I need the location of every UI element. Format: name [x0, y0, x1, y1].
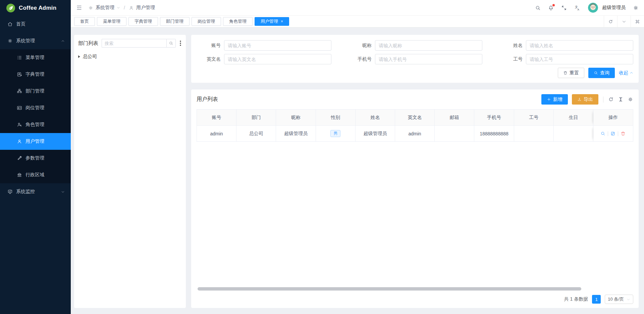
leaf-icon — [6, 3, 15, 13]
col-header-email: 邮箱 — [435, 110, 474, 126]
job-number-input[interactable] — [526, 54, 633, 64]
scrollbar-thumb[interactable] — [198, 287, 581, 291]
search-filter-card: 账号 昵称 姓名 英文名 — [191, 35, 639, 83]
app-root: Coffee Admin 首页 系统管理 菜单管理 字典管理 — [0, 0, 644, 314]
brand-name: Coffee Admin — [19, 5, 56, 11]
tab-post-mgmt[interactable]: 岗位管理 — [192, 17, 221, 26]
page-size-select[interactable]: 10 条/页 — [605, 295, 633, 304]
dept-search — [102, 39, 176, 48]
dept-tree: 总公司 — [78, 52, 182, 61]
maximize-icon[interactable] — [631, 16, 644, 27]
sidebar-item-menu-mgmt[interactable]: 菜单管理 — [0, 49, 71, 66]
tab-home[interactable]: 首页 — [74, 17, 95, 26]
cell-english: admin — [395, 126, 435, 142]
tabs: 首页 菜单管理 字典管理 部门管理 岗位管理 角色管理 用户管理 × — [74, 17, 604, 26]
menu-fold-icon[interactable] — [76, 5, 82, 11]
settings-gear-icon[interactable] — [633, 5, 639, 11]
phone-input[interactable] — [375, 54, 482, 64]
sidebar-item-label: 角色管理 — [25, 122, 65, 128]
col-header-birthday: 生日 — [554, 110, 593, 126]
fullscreen-icon[interactable] — [561, 5, 567, 11]
current-user-name[interactable]: 超级管理员 — [602, 5, 626, 11]
translate-icon[interactable]: 文A — [574, 5, 581, 11]
line-height-icon[interactable] — [618, 97, 624, 102]
search-icon — [594, 71, 598, 75]
refresh-icon[interactable] — [608, 97, 614, 102]
add-label: 新增 — [553, 97, 562, 103]
sidebar-item-label: 参数管理 — [25, 155, 65, 161]
id-card-icon — [17, 105, 22, 111]
tab-user-mgmt-active[interactable]: 用户管理 × — [255, 17, 289, 26]
cell-email — [435, 126, 474, 142]
dept-search-button[interactable] — [166, 39, 176, 48]
search-icon — [169, 41, 173, 46]
english-name-input[interactable] — [224, 54, 331, 64]
tab-close-icon[interactable]: × — [281, 19, 283, 23]
chevron-down-icon — [61, 190, 65, 194]
sidebar-item-system-mgmt[interactable]: 系统管理 — [0, 33, 71, 49]
tab-dict-mgmt[interactable]: 字典管理 — [128, 17, 158, 26]
notification-bell[interactable] — [548, 5, 554, 11]
collapse-link[interactable]: 收起 — [619, 70, 633, 76]
chevron-down-icon — [117, 6, 120, 9]
sidebar-item-param-mgmt[interactable]: 参数管理 — [0, 150, 71, 167]
dept-panel: 部门列表 总公司 — [74, 35, 186, 308]
table-toolbar: 新增 导出 — [541, 94, 633, 105]
sidebar-item-dict-mgmt[interactable]: 字典管理 — [0, 66, 71, 83]
chevron-up-icon — [61, 39, 65, 43]
user-avatar[interactable] — [588, 3, 598, 13]
search-icon[interactable] — [535, 5, 541, 11]
nickname-input[interactable] — [375, 40, 482, 51]
reset-button[interactable]: 重置 — [558, 68, 584, 78]
org-tree-icon — [17, 88, 22, 94]
sidebar-item-system-monitor[interactable]: 系统监控 — [0, 183, 71, 200]
sidebar-item-home[interactable]: 首页 — [0, 16, 71, 33]
sidebar-item-dept-mgmt[interactable]: 部门管理 — [0, 83, 71, 100]
list-icon — [17, 55, 22, 60]
trash-icon[interactable] — [621, 131, 626, 136]
account-input[interactable] — [224, 40, 331, 51]
brand-logo[interactable]: Coffee Admin — [0, 0, 71, 16]
horizontal-scrollbar — [197, 287, 633, 291]
sidebar-item-post-mgmt[interactable]: 岗位管理 — [0, 100, 71, 116]
tree-caret-icon[interactable] — [78, 55, 80, 58]
toolbar-divider — [603, 97, 603, 103]
chevron-down-icon[interactable] — [617, 16, 631, 27]
topbar-actions: 文A 超级管理员 — [535, 3, 639, 13]
breadcrumb-level2: 用户管理 — [136, 5, 155, 11]
page-button-1[interactable]: 1 — [592, 295, 601, 304]
collapse-label: 收起 — [619, 70, 628, 76]
add-user-button[interactable]: 新增 — [541, 94, 568, 105]
dept-search-input[interactable] — [102, 39, 166, 48]
gear-icon — [7, 38, 13, 44]
sidebar-item-label: 行政区域 — [25, 172, 65, 178]
tab-role-mgmt[interactable]: 角色管理 — [223, 17, 253, 26]
export-button[interactable]: 导出 — [572, 94, 598, 105]
chevron-up-icon — [630, 71, 633, 75]
breadcrumb-level1[interactable]: 系统管理 — [96, 5, 114, 11]
name-input[interactable] — [526, 40, 633, 51]
sidebar-item-label: 系统监控 — [16, 189, 58, 195]
chevron-down-icon — [627, 298, 630, 301]
col-header-gender: 性别 — [316, 110, 356, 126]
cell-actions — [593, 126, 633, 142]
column-settings-gear-icon[interactable] — [628, 97, 633, 102]
dept-tree-node-hq[interactable]: 总公司 — [78, 52, 182, 61]
table-row[interactable]: admin 总公司 超级管理员 男 超级管理员 admin 1888888888… — [197, 126, 633, 142]
search-button[interactable]: 查询 — [588, 68, 615, 78]
sidebar-item-role-mgmt[interactable]: 角色管理 — [0, 116, 71, 133]
col-header-dept: 部门 — [236, 110, 276, 126]
tab-dept-mgmt[interactable]: 部门管理 — [160, 17, 190, 26]
kebab-menu-icon[interactable] — [179, 41, 182, 46]
tab-menu-mgmt[interactable]: 菜单管理 — [97, 17, 126, 26]
edit-icon[interactable] — [610, 131, 615, 136]
sidebar-item-label: 菜单管理 — [25, 55, 65, 61]
refresh-icon[interactable] — [604, 16, 617, 27]
sidebar-item-user-mgmt[interactable]: 用户管理 — [0, 133, 71, 150]
sidebar-item-label: 岗位管理 — [25, 105, 65, 111]
cell-account: admin — [197, 126, 236, 142]
field-label: 昵称 — [347, 43, 372, 49]
view-magnifier-icon[interactable] — [600, 131, 605, 136]
user-icon — [129, 5, 134, 10]
sidebar-item-admin-region[interactable]: 行政区域 — [0, 167, 71, 183]
